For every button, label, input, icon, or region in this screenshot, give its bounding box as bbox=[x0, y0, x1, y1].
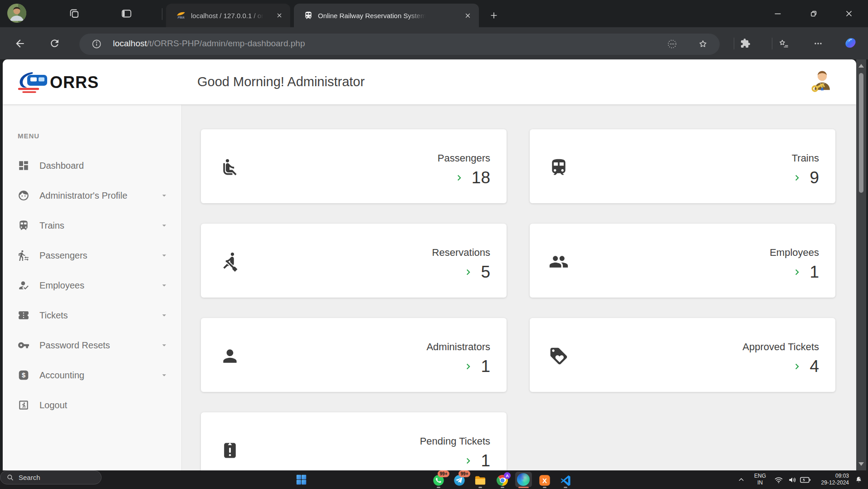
chevron-down-icon bbox=[160, 221, 169, 230]
svg-text:$: $ bbox=[22, 372, 25, 379]
stat-card-approved-tickets[interactable]: Approved Tickets 4 bbox=[530, 318, 835, 392]
stat-card-trains[interactable]: Trains 9 bbox=[530, 129, 835, 203]
sidebar-item-trains[interactable]: Trains bbox=[3, 215, 181, 236]
pending-tag-icon bbox=[220, 440, 240, 460]
stat-card-label: Employees bbox=[770, 246, 819, 259]
sidebar-item-label: Tickets bbox=[39, 310, 68, 321]
window-close-button[interactable] bbox=[839, 0, 859, 27]
favorites-bar-icon[interactable] bbox=[778, 38, 789, 49]
window-minimize-button[interactable] bbox=[767, 0, 788, 27]
windows-taskbar: Search 99+ 99+ bbox=[0, 470, 868, 489]
stacked-tabs-icon[interactable] bbox=[68, 7, 81, 20]
stat-card-value: 5 bbox=[481, 263, 490, 282]
train-icon bbox=[18, 220, 29, 231]
sidebar-item-label: Logout bbox=[39, 400, 67, 411]
battery-charging-icon[interactable] bbox=[800, 476, 811, 484]
tray-language[interactable]: ENG IN bbox=[751, 473, 770, 486]
browser-profile-avatar[interactable] bbox=[7, 4, 26, 23]
tab-close-icon[interactable] bbox=[276, 12, 283, 19]
sidebar-item-label: Passengers bbox=[39, 250, 88, 261]
tray-clock[interactable]: 09:03 29-12-2024 bbox=[811, 473, 849, 486]
web-page: ORRS Good Morning! Administrator bbox=[3, 59, 856, 470]
person-check-icon bbox=[18, 279, 29, 291]
url-input[interactable]: localhost/t/ORRS-PHP/admin/emp-dashboard… bbox=[79, 34, 720, 55]
extensions-icon[interactable] bbox=[740, 38, 751, 49]
scroll-up-arrow[interactable] bbox=[858, 64, 864, 68]
chevron-down-icon bbox=[160, 251, 169, 260]
chevron-right-icon bbox=[791, 172, 803, 184]
tab-close-icon[interactable] bbox=[464, 12, 472, 20]
browser-tab-strip: PMA localhost / 127.0.0.1 / orrsphp / o … bbox=[0, 0, 868, 27]
sidebar-item-tickets[interactable]: Tickets bbox=[3, 304, 181, 326]
scroll-down-arrow[interactable] bbox=[858, 462, 864, 466]
start-button[interactable] bbox=[295, 474, 307, 486]
sidebar-item-label: Administrator's Profile bbox=[39, 191, 127, 201]
stat-card-reservations[interactable]: Reservations 5 bbox=[201, 224, 507, 298]
people-icon bbox=[549, 252, 569, 272]
page-title: Good Morning! Administrator bbox=[197, 74, 365, 89]
stat-card-value: 1 bbox=[809, 263, 819, 282]
orrs-logo[interactable]: ORRS bbox=[16, 69, 102, 95]
stat-card-passengers[interactable]: Passengers 18 bbox=[201, 129, 507, 203]
admin-user-icon[interactable] bbox=[809, 68, 835, 95]
rowing-person-icon bbox=[220, 252, 240, 272]
sidebar-item-accounting[interactable]: $ Accounting bbox=[3, 364, 181, 386]
settings-more-icon[interactable] bbox=[813, 38, 824, 49]
sidebar-item-employees[interactable]: Employees bbox=[3, 274, 181, 296]
stat-card-employees[interactable]: Employees 1 bbox=[530, 224, 835, 298]
telegram-badge: 99+ bbox=[458, 470, 470, 477]
logo-text: ORRS bbox=[50, 73, 99, 92]
loyalty-tag-icon bbox=[549, 346, 569, 366]
sidebar-item-logout[interactable]: Logout bbox=[3, 394, 181, 416]
tray-language-bottom: IN bbox=[751, 479, 770, 486]
app-header: ORRS Good Morning! Administrator bbox=[3, 59, 856, 104]
edge-icon[interactable] bbox=[515, 472, 532, 487]
logout-icon bbox=[18, 399, 29, 411]
chrome-icon[interactable]: A bbox=[496, 474, 509, 487]
main-content: Passengers 18 Trains 9 bbox=[182, 105, 856, 470]
sidebar-item-label: Password Resets bbox=[39, 340, 110, 351]
tab-orrs[interactable]: Online Railway Reservation System bbox=[294, 4, 479, 27]
tray-chevron-up-icon[interactable] bbox=[738, 476, 745, 483]
sidebar-item-dashboard[interactable]: Dashboard bbox=[3, 155, 181, 176]
back-button[interactable] bbox=[14, 38, 26, 49]
stat-card-label: Reservations bbox=[432, 246, 490, 259]
chevron-right-icon bbox=[454, 172, 465, 184]
volume-icon[interactable] bbox=[788, 475, 797, 484]
chevron-right-icon bbox=[791, 361, 803, 372]
address-more-icon[interactable] bbox=[667, 39, 678, 49]
tab-phpmyadmin[interactable]: PMA localhost / 127.0.0.1 / orrsphp / o bbox=[166, 4, 290, 27]
sidebar-item-admin-profile[interactable]: Administrator's Profile bbox=[3, 185, 181, 206]
screen: PMA localhost / 127.0.0.1 / orrsphp / o … bbox=[0, 0, 868, 489]
vertical-tabs-icon[interactable] bbox=[120, 7, 133, 20]
tab-title: localhost / 127.0.0.1 / orrsphp / o bbox=[191, 12, 263, 20]
phpmyadmin-favicon-icon: PMA bbox=[176, 10, 186, 20]
window-restore-button[interactable] bbox=[803, 0, 824, 27]
chevron-down-icon bbox=[160, 311, 169, 320]
svg-text:X: X bbox=[542, 477, 547, 484]
wifi-icon[interactable] bbox=[774, 475, 783, 484]
refresh-button[interactable] bbox=[49, 38, 60, 49]
vscode-icon[interactable] bbox=[559, 474, 572, 487]
tab-separator bbox=[162, 8, 162, 20]
sidebar: MENU Dashboard Administrator's Profile T… bbox=[3, 105, 182, 470]
stat-card-pending-tickets[interactable]: Pending Tickets 1 bbox=[201, 412, 507, 470]
sidebar-item-password-resets[interactable]: Password Resets bbox=[3, 334, 181, 356]
running-indicator bbox=[564, 487, 567, 488]
scrollbar-thumb[interactable] bbox=[859, 73, 863, 193]
favorite-star-icon[interactable] bbox=[697, 39, 708, 49]
sidebar-item-label: Trains bbox=[39, 220, 64, 231]
stat-card-administrators[interactable]: Administrators 1 bbox=[201, 318, 507, 392]
taskbar-search[interactable]: Search bbox=[0, 470, 102, 484]
copilot-icon[interactable] bbox=[845, 37, 857, 49]
sidebar-item-passengers[interactable]: Passengers bbox=[3, 244, 181, 266]
xampp-icon[interactable]: X bbox=[538, 474, 551, 487]
stat-card-value: 1 bbox=[481, 357, 490, 376]
notification-bell-icon[interactable]: z bbox=[854, 475, 863, 484]
stat-card-label: Pending Tickets bbox=[420, 435, 490, 448]
scrollbar[interactable] bbox=[856, 59, 866, 470]
new-tab-button[interactable] bbox=[489, 10, 499, 20]
site-info-icon[interactable] bbox=[91, 39, 102, 49]
file-explorer-icon[interactable] bbox=[474, 474, 487, 487]
ticket-icon bbox=[18, 309, 29, 321]
